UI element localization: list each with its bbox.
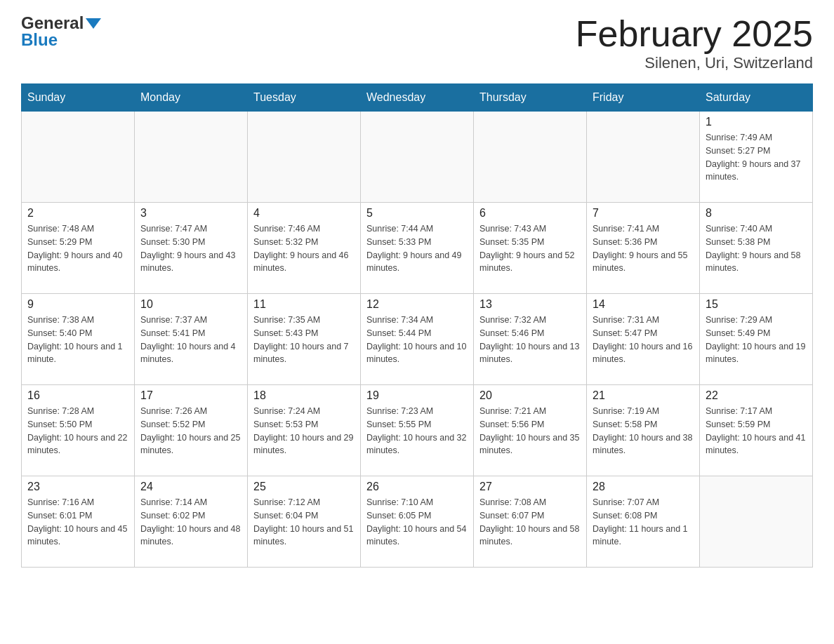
day-info: Sunrise: 7:48 AM Sunset: 5:29 PM Dayligh… bbox=[27, 222, 128, 275]
calendar-cell: 1Sunrise: 7:49 AM Sunset: 5:27 PM Daylig… bbox=[700, 112, 813, 203]
calendar-cell bbox=[474, 112, 587, 203]
calendar-cell: 8Sunrise: 7:40 AM Sunset: 5:38 PM Daylig… bbox=[700, 203, 813, 294]
week-row-1: 1Sunrise: 7:49 AM Sunset: 5:27 PM Daylig… bbox=[22, 112, 813, 203]
day-number: 5 bbox=[366, 207, 468, 220]
day-info: Sunrise: 7:41 AM Sunset: 5:36 PM Dayligh… bbox=[593, 222, 694, 275]
calendar-cell: 15Sunrise: 7:29 AM Sunset: 5:49 PM Dayli… bbox=[700, 294, 813, 385]
day-number: 6 bbox=[479, 207, 581, 220]
week-row-2: 2Sunrise: 7:48 AM Sunset: 5:29 PM Daylig… bbox=[22, 203, 813, 294]
day-number: 28 bbox=[593, 481, 694, 493]
day-number: 16 bbox=[27, 389, 128, 402]
day-info: Sunrise: 7:37 AM Sunset: 5:41 PM Dayligh… bbox=[140, 314, 241, 366]
day-number: 14 bbox=[593, 298, 694, 311]
day-number: 4 bbox=[253, 207, 355, 220]
calendar-cell: 10Sunrise: 7:37 AM Sunset: 5:41 PM Dayli… bbox=[135, 294, 248, 385]
calendar-cell: 14Sunrise: 7:31 AM Sunset: 5:47 PM Dayli… bbox=[587, 294, 700, 385]
day-number: 15 bbox=[706, 298, 807, 311]
day-info: Sunrise: 7:10 AM Sunset: 6:05 PM Dayligh… bbox=[366, 496, 468, 549]
day-info: Sunrise: 7:12 AM Sunset: 6:04 PM Dayligh… bbox=[253, 496, 355, 549]
calendar-cell: 16Sunrise: 7:28 AM Sunset: 5:50 PM Dayli… bbox=[22, 385, 135, 476]
day-number: 17 bbox=[140, 389, 241, 402]
calendar-cell: 22Sunrise: 7:17 AM Sunset: 5:59 PM Dayli… bbox=[700, 385, 813, 476]
day-number: 24 bbox=[140, 481, 241, 493]
calendar-cell: 18Sunrise: 7:24 AM Sunset: 5:53 PM Dayli… bbox=[248, 385, 361, 476]
calendar-cell: 28Sunrise: 7:07 AM Sunset: 6:08 PM Dayli… bbox=[587, 476, 700, 568]
day-header-tuesday: Tuesday bbox=[248, 84, 361, 112]
calendar-cell: 7Sunrise: 7:41 AM Sunset: 5:36 PM Daylig… bbox=[587, 203, 700, 294]
day-info: Sunrise: 7:21 AM Sunset: 5:56 PM Dayligh… bbox=[479, 405, 581, 457]
calendar-cell: 23Sunrise: 7:16 AM Sunset: 6:01 PM Dayli… bbox=[22, 476, 135, 568]
calendar-cell: 3Sunrise: 7:47 AM Sunset: 5:30 PM Daylig… bbox=[135, 203, 248, 294]
calendar-cell: 2Sunrise: 7:48 AM Sunset: 5:29 PM Daylig… bbox=[22, 203, 135, 294]
calendar-cell bbox=[361, 112, 474, 203]
page-header: General Blue February 2025 Silenen, Uri,… bbox=[21, 14, 813, 72]
calendar-cell: 12Sunrise: 7:34 AM Sunset: 5:44 PM Dayli… bbox=[361, 294, 474, 385]
calendar-cell: 11Sunrise: 7:35 AM Sunset: 5:43 PM Dayli… bbox=[248, 294, 361, 385]
day-number: 26 bbox=[366, 481, 468, 493]
day-number: 21 bbox=[593, 389, 694, 402]
day-header-sunday: Sunday bbox=[22, 84, 135, 112]
day-number: 22 bbox=[706, 389, 807, 402]
calendar-cell: 27Sunrise: 7:08 AM Sunset: 6:07 PM Dayli… bbox=[474, 476, 587, 568]
calendar-cell: 5Sunrise: 7:44 AM Sunset: 5:33 PM Daylig… bbox=[361, 203, 474, 294]
title-area: February 2025 Silenen, Uri, Switzerland bbox=[576, 14, 813, 72]
logo: General Blue bbox=[21, 14, 101, 50]
day-number: 27 bbox=[479, 481, 581, 493]
calendar-cell bbox=[587, 112, 700, 203]
day-number: 10 bbox=[140, 298, 241, 311]
day-number: 3 bbox=[140, 207, 241, 220]
day-info: Sunrise: 7:28 AM Sunset: 5:50 PM Dayligh… bbox=[27, 405, 128, 457]
day-number: 2 bbox=[27, 207, 128, 220]
day-info: Sunrise: 7:14 AM Sunset: 6:02 PM Dayligh… bbox=[140, 496, 241, 549]
calendar-cell: 9Sunrise: 7:38 AM Sunset: 5:40 PM Daylig… bbox=[22, 294, 135, 385]
day-info: Sunrise: 7:38 AM Sunset: 5:40 PM Dayligh… bbox=[27, 314, 128, 366]
day-info: Sunrise: 7:19 AM Sunset: 5:58 PM Dayligh… bbox=[593, 405, 694, 457]
logo-blue-text: Blue bbox=[21, 31, 58, 49]
day-number: 25 bbox=[253, 481, 355, 493]
calendar-cell: 6Sunrise: 7:43 AM Sunset: 5:35 PM Daylig… bbox=[474, 203, 587, 294]
calendar-cell: 13Sunrise: 7:32 AM Sunset: 5:46 PM Dayli… bbox=[474, 294, 587, 385]
week-row-5: 23Sunrise: 7:16 AM Sunset: 6:01 PM Dayli… bbox=[22, 476, 813, 568]
day-number: 23 bbox=[27, 481, 128, 493]
day-header-thursday: Thursday bbox=[474, 84, 587, 112]
day-info: Sunrise: 7:29 AM Sunset: 5:49 PM Dayligh… bbox=[706, 314, 807, 366]
day-info: Sunrise: 7:40 AM Sunset: 5:38 PM Dayligh… bbox=[706, 222, 807, 275]
day-header-wednesday: Wednesday bbox=[361, 84, 474, 112]
day-info: Sunrise: 7:08 AM Sunset: 6:07 PM Dayligh… bbox=[479, 496, 581, 549]
day-header-monday: Monday bbox=[135, 84, 248, 112]
day-number: 19 bbox=[366, 389, 468, 402]
day-number: 9 bbox=[27, 298, 128, 311]
day-info: Sunrise: 7:23 AM Sunset: 5:55 PM Dayligh… bbox=[366, 405, 468, 457]
day-info: Sunrise: 7:26 AM Sunset: 5:52 PM Dayligh… bbox=[140, 405, 241, 457]
day-number: 12 bbox=[366, 298, 468, 311]
calendar-title: February 2025 bbox=[576, 14, 813, 54]
calendar-cell: 17Sunrise: 7:26 AM Sunset: 5:52 PM Dayli… bbox=[135, 385, 248, 476]
week-row-4: 16Sunrise: 7:28 AM Sunset: 5:50 PM Dayli… bbox=[22, 385, 813, 476]
calendar-cell: 25Sunrise: 7:12 AM Sunset: 6:04 PM Dayli… bbox=[248, 476, 361, 568]
day-info: Sunrise: 7:32 AM Sunset: 5:46 PM Dayligh… bbox=[479, 314, 581, 366]
day-info: Sunrise: 7:24 AM Sunset: 5:53 PM Dayligh… bbox=[253, 405, 355, 457]
day-number: 20 bbox=[479, 389, 581, 402]
day-header-saturday: Saturday bbox=[700, 84, 813, 112]
calendar-cell: 19Sunrise: 7:23 AM Sunset: 5:55 PM Dayli… bbox=[361, 385, 474, 476]
day-info: Sunrise: 7:07 AM Sunset: 6:08 PM Dayligh… bbox=[593, 496, 694, 549]
calendar-cell: 4Sunrise: 7:46 AM Sunset: 5:32 PM Daylig… bbox=[248, 203, 361, 294]
calendar-cell bbox=[700, 476, 813, 568]
day-number: 7 bbox=[593, 207, 694, 220]
day-number: 8 bbox=[706, 207, 807, 220]
calendar-cell: 20Sunrise: 7:21 AM Sunset: 5:56 PM Dayli… bbox=[474, 385, 587, 476]
calendar-cell: 26Sunrise: 7:10 AM Sunset: 6:05 PM Dayli… bbox=[361, 476, 474, 568]
day-info: Sunrise: 7:49 AM Sunset: 5:27 PM Dayligh… bbox=[706, 131, 807, 184]
day-info: Sunrise: 7:46 AM Sunset: 5:32 PM Dayligh… bbox=[253, 222, 355, 275]
day-info: Sunrise: 7:34 AM Sunset: 5:44 PM Dayligh… bbox=[366, 314, 468, 366]
calendar-cell bbox=[22, 112, 135, 203]
day-number: 18 bbox=[253, 389, 355, 402]
day-info: Sunrise: 7:47 AM Sunset: 5:30 PM Dayligh… bbox=[140, 222, 241, 275]
day-number: 13 bbox=[479, 298, 581, 311]
day-info: Sunrise: 7:44 AM Sunset: 5:33 PM Dayligh… bbox=[366, 222, 468, 275]
logo-arrow-icon bbox=[86, 18, 101, 29]
day-number: 11 bbox=[253, 298, 355, 311]
day-info: Sunrise: 7:31 AM Sunset: 5:47 PM Dayligh… bbox=[593, 314, 694, 366]
calendar-table: SundayMondayTuesdayWednesdayThursdayFrid… bbox=[21, 83, 813, 568]
week-row-3: 9Sunrise: 7:38 AM Sunset: 5:40 PM Daylig… bbox=[22, 294, 813, 385]
